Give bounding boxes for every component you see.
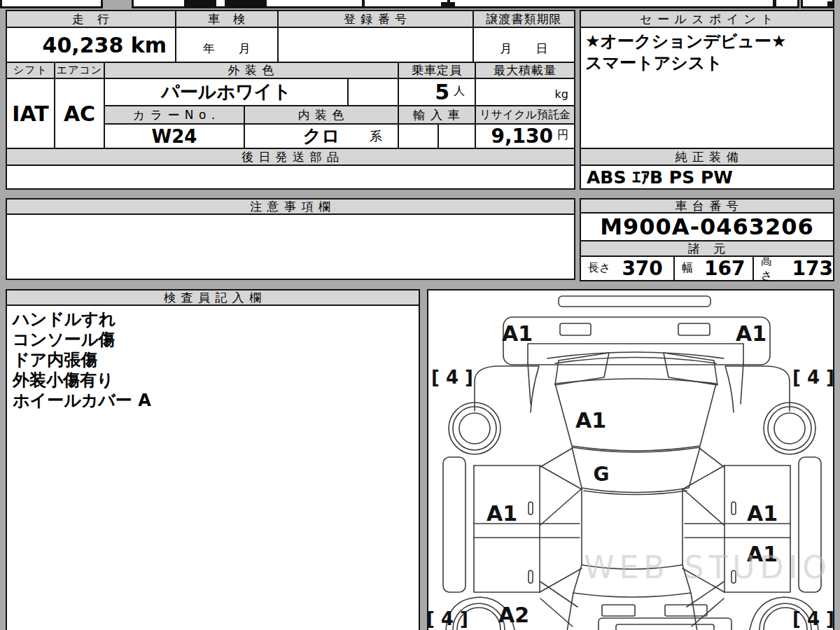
inspector-note-line: ドア内張傷 xyxy=(13,350,413,370)
registration-value xyxy=(277,27,474,63)
capacity-unit: 人 xyxy=(454,84,465,99)
spec-length: 長さ 370 xyxy=(580,255,675,281)
car-damage-diagram: A1 A1 [ 4 ] [ 4 ] A1 G A1 A1 A1 A2 [ 4 ]… xyxy=(427,289,834,630)
max-load-unit: kg xyxy=(555,88,568,101)
max-load-header: 最大積載量 xyxy=(475,62,575,79)
specs-header: 諸 元 xyxy=(580,240,834,257)
inspection-header: 車 検 xyxy=(175,10,279,28)
sales-points-content: ★オークションデビュー★ スマートアシスト xyxy=(580,27,834,149)
imported-header: 輸 入 車 xyxy=(398,105,476,125)
tire-depth-rear-left: [ 4 ] xyxy=(428,608,468,629)
spec-width: 幅 167 xyxy=(673,255,754,281)
chassis-no-value: M900A-0463206 xyxy=(580,212,834,241)
spec-height-value: 173 xyxy=(792,257,833,280)
transfer-deadline-header: 譲渡書類期限 xyxy=(472,10,575,28)
car-outline-drawing: A1 A1 [ 4 ] [ 4 ] A1 G A1 A1 A1 A2 [ 4 ]… xyxy=(428,290,834,630)
damage-label-windshield: G xyxy=(594,463,610,486)
inspector-note-line: コンソール傷 xyxy=(13,330,413,350)
chassis-no-header: 車 台 番 号 xyxy=(580,198,834,214)
cropped-text-fragment xyxy=(441,2,455,7)
sales-point-line: ★オークションデビュー★ xyxy=(585,31,829,52)
interior-color-value: クロ 系 xyxy=(244,123,399,149)
damage-label-front-bumper-left: A1 xyxy=(502,321,533,346)
mileage-header: 走 行 xyxy=(6,10,176,28)
color-no-header: カ ラ ー N o . xyxy=(104,105,245,125)
recycle-deposit-number: 9,130 xyxy=(491,125,553,148)
spec-width-label: 幅 xyxy=(682,261,693,276)
interior-color-name: クロ xyxy=(302,124,340,148)
tire-depth-rear-right: [ 4 ] xyxy=(792,608,834,629)
sales-points-header: セ ー ル ス ポ イ ン ト xyxy=(580,10,834,28)
exterior-color-header: 外 装 色 xyxy=(104,62,399,79)
spec-height-label: 高さ xyxy=(761,254,781,284)
cropped-cell xyxy=(448,0,775,8)
recycle-deposit-value: 9,130 円 xyxy=(475,123,575,149)
spec-height: 高さ 173 xyxy=(752,255,834,281)
cropped-text-fragment xyxy=(827,1,834,7)
inspection-value: 年 月 xyxy=(175,27,279,63)
aircon-value: AC xyxy=(54,78,105,149)
max-load-value: kg xyxy=(475,78,575,106)
spec-width-value: 167 xyxy=(704,257,745,280)
capacity-number: 5 xyxy=(435,80,449,104)
tire-depth-front-right: [ 4 ] xyxy=(792,367,834,388)
interior-color-header: 内 装 色 xyxy=(244,105,399,125)
exterior-color-extra-cell xyxy=(347,78,399,106)
inspector-note-line: ハンドルすれ xyxy=(13,309,413,330)
registration-header: 登 録 番 号 xyxy=(277,10,474,28)
aircon-header: エアコン xyxy=(54,62,105,79)
cropped-text-fragment xyxy=(184,0,216,7)
damage-label-door-rear-right: A1 xyxy=(747,542,778,566)
capacity-value: 5 人 xyxy=(398,78,476,106)
cautions-header: 注 意 事 項 欄 xyxy=(6,198,575,215)
color-no-value: W24 xyxy=(104,123,245,149)
sales-point-line: スマートアシスト xyxy=(585,52,829,74)
exterior-color-value: パールホワイト xyxy=(104,78,349,106)
imported-value-cell-2 xyxy=(438,123,476,149)
imported-value-cell-1 xyxy=(398,123,439,149)
inspector-notes-header: 検 査 員 記 入 欄 xyxy=(6,289,420,306)
shift-header: シフト xyxy=(6,62,55,79)
recycle-deposit-unit: 円 xyxy=(557,128,568,143)
mileage-value: 40,238 km xyxy=(6,27,176,63)
cropped-text-fragment xyxy=(225,0,267,7)
inspector-note-line: ホイールカバー A xyxy=(13,391,413,411)
cropped-cell xyxy=(363,0,449,8)
damage-label-quarter-rear-left: A2 xyxy=(498,603,529,627)
damage-label-door-front-left: A1 xyxy=(486,501,517,526)
damage-label-hood: A1 xyxy=(575,408,606,433)
tire-depth-front-left: [ 4 ] xyxy=(431,367,473,388)
genuine-equipment-header: 純 正 装 備 xyxy=(580,148,834,166)
genuine-equipment-value: ABS ｴｱB PS PW xyxy=(580,164,834,190)
capacity-header: 乗車定員 xyxy=(398,62,476,79)
shift-value: IAT xyxy=(6,78,55,149)
cropped-cell xyxy=(774,0,799,8)
cropped-cell xyxy=(0,0,103,8)
cautions-value xyxy=(6,214,575,280)
parts-later-header: 後 日 発 送 部 品 xyxy=(6,148,575,166)
spec-length-label: 長さ xyxy=(588,261,610,276)
parts-later-value xyxy=(6,164,575,190)
inspector-notes-content: ハンドルすれ コンソール傷 ドア内張傷 外装小傷有り ホイールカバー A xyxy=(6,304,420,630)
interior-color-suffix: 系 xyxy=(370,128,382,145)
recycle-deposit-header: リサイクル預託金 xyxy=(475,105,575,125)
inspector-note-line: 外装小傷有り xyxy=(13,370,413,391)
spec-length-value: 370 xyxy=(622,257,662,280)
damage-label-front-bumper-right: A1 xyxy=(736,321,766,346)
auction-sheet: { "sheet": { "mileage": {"label": "走 行",… xyxy=(0,0,840,630)
damage-label-door-front-right: A1 xyxy=(747,501,778,526)
transfer-deadline-value: 月 日 xyxy=(472,27,575,63)
